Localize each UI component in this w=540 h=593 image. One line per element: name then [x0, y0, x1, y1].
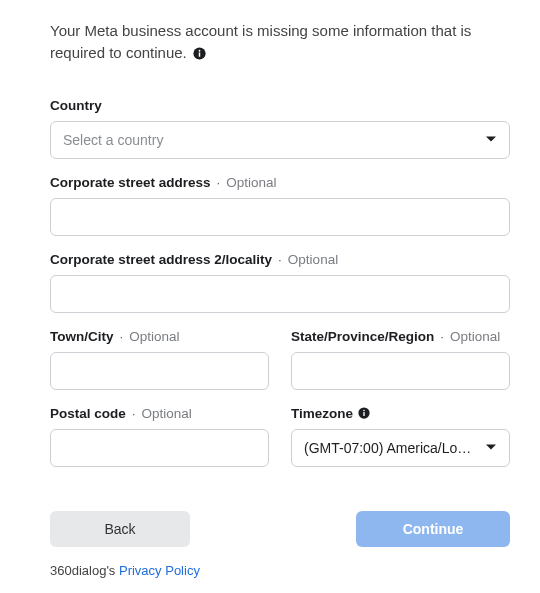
postal-label: Postal code·Optional: [50, 406, 269, 421]
timezone-label: Timezone: [291, 406, 510, 421]
country-select[interactable]: Select a country: [50, 121, 510, 159]
info-icon: [358, 407, 370, 419]
state-label: State/Province/Region·Optional: [291, 329, 510, 344]
back-button[interactable]: Back: [50, 511, 190, 547]
svg-rect-4: [363, 412, 364, 416]
street1-label: Corporate street address·Optional: [50, 175, 510, 190]
field-country: Country Select a country: [50, 98, 510, 159]
svg-point-5: [363, 410, 365, 412]
footer: 360dialog's Privacy Policy: [50, 563, 510, 578]
field-city: Town/City·Optional: [50, 329, 269, 390]
city-label: Town/City·Optional: [50, 329, 269, 344]
svg-rect-1: [199, 53, 200, 57]
street1-input[interactable]: [50, 198, 510, 236]
field-street2: Corporate street address 2/locality·Opti…: [50, 252, 510, 313]
street2-input[interactable]: [50, 275, 510, 313]
intro-text: Your Meta business account is missing so…: [50, 20, 510, 64]
timezone-select[interactable]: (GMT-07:00) America/Lo…: [291, 429, 510, 467]
info-icon: [193, 47, 206, 60]
chevron-down-icon: [485, 440, 497, 456]
field-timezone: Timezone (GMT-07:00) America/Lo…: [291, 406, 510, 467]
country-select-placeholder: Select a country: [63, 132, 163, 148]
footer-prefix: 360dialog's: [50, 563, 119, 578]
chevron-down-icon: [485, 132, 497, 148]
svg-point-2: [199, 50, 201, 52]
field-street1: Corporate street address·Optional: [50, 175, 510, 236]
postal-input[interactable]: [50, 429, 269, 467]
continue-button[interactable]: Continue: [356, 511, 510, 547]
city-input[interactable]: [50, 352, 269, 390]
actions-row: Back Continue: [50, 511, 510, 547]
street2-label: Corporate street address 2/locality·Opti…: [50, 252, 510, 267]
privacy-policy-link[interactable]: Privacy Policy: [119, 563, 200, 578]
country-label: Country: [50, 98, 510, 113]
timezone-select-value: (GMT-07:00) America/Lo…: [304, 440, 471, 456]
field-postal: Postal code·Optional: [50, 406, 269, 467]
state-input[interactable]: [291, 352, 510, 390]
field-state: State/Province/Region·Optional: [291, 329, 510, 390]
